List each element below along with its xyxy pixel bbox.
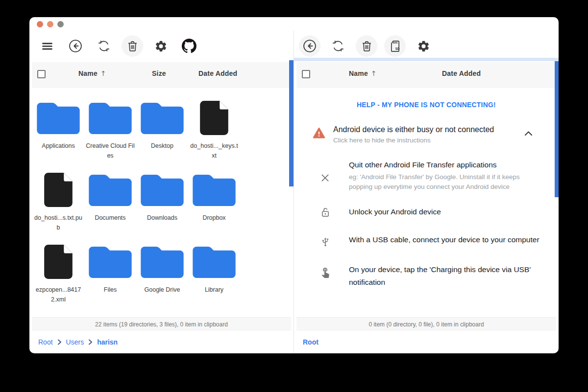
warning-subtitle: Click here to hide the instructions: [333, 137, 514, 144]
tap-icon: [319, 263, 349, 288]
select-all-checkbox-left[interactable]: [37, 70, 46, 78]
folder-icon: [140, 246, 184, 278]
step-title: Unlock your Android device: [349, 206, 541, 218]
left-statusbar: 22 items (19 directories, 3 files), 0 it…: [29, 317, 294, 331]
file-item[interactable]: Applications: [32, 95, 84, 167]
instruction-step: Quit other Android File Transfer applica…: [319, 159, 559, 192]
file-icon: [44, 173, 73, 207]
help-link[interactable]: HELP - MY PHONE IS NOT CONNECTING!: [294, 101, 559, 109]
step-title: With a USB cable, connect your device to…: [349, 233, 541, 246]
svg-text:SD: SD: [395, 47, 399, 50]
column-size[interactable]: Size: [152, 69, 166, 77]
sort-by-name-left[interactable]: Name↑: [78, 69, 106, 77]
folder-icon: [88, 102, 132, 134]
file-item[interactable]: do_hosti..._keys.txt: [188, 95, 240, 167]
instruction-steps: Quit other Android File Transfer applica…: [319, 159, 559, 289]
close-window-button[interactable]: [37, 21, 43, 27]
file-item[interactable]: Downloads: [136, 167, 188, 239]
column-date-added-right[interactable]: Date Added: [442, 69, 481, 77]
file-item[interactable]: Documents: [84, 167, 136, 239]
folder-icon: [140, 174, 184, 206]
right-status-text: 0 item (0 directory, 0 file), 0 item in …: [368, 321, 484, 328]
dual-pane-area: Name↑ Size Date Added Applications: [29, 31, 559, 353]
folder-icon: [36, 102, 80, 134]
instruction-step: With a USB cable, connect your device to…: [319, 233, 559, 250]
right-toolbar: SD: [294, 31, 559, 61]
chevron-right-icon: [88, 339, 93, 345]
left-status-text: 22 items (19 directories, 3 files), 0 it…: [95, 321, 228, 328]
instruction-step: Unlock your Android device: [319, 206, 559, 220]
connection-help-panel: HELP - MY PHONE IS NOT CONNECTING! Andro…: [294, 88, 559, 317]
right-breadcrumb: Root: [294, 331, 559, 353]
desktop-background: Name↑ Size Date Added Applications: [0, 0, 588, 392]
step-title: On your device, tap the 'Charging this d…: [349, 263, 541, 288]
folder-icon: [88, 246, 132, 278]
breadcrumb-root[interactable]: Root: [38, 338, 53, 346]
android-device-pane: SD Name↑ Date Added HELP - MY PHONE IS N: [294, 31, 559, 353]
file-icon: [200, 101, 228, 135]
breadcrumb-current-root[interactable]: Root: [303, 338, 318, 346]
select-all-checkbox-right[interactable]: [302, 70, 310, 78]
warning-icon: [313, 125, 333, 144]
right-column-header: Name↑ Date Added: [294, 61, 559, 88]
file-item[interactable]: Creative Cloud Files: [84, 95, 136, 167]
sort-ascending-icon: ↑: [100, 69, 106, 77]
file-item[interactable]: Dropbox: [188, 167, 240, 239]
file-item[interactable]: Files: [84, 239, 136, 311]
settings-icon[interactable]: [150, 35, 172, 57]
folder-icon: [140, 102, 184, 134]
connection-warning-row[interactable]: Android device is either busy or not con…: [313, 125, 540, 144]
folder-icon: [192, 174, 236, 206]
local-files-pane: Name↑ Size Date Added Applications: [29, 31, 294, 353]
file-item[interactable]: Library: [188, 239, 240, 311]
close-icon: [319, 159, 349, 192]
step-title: Quit other Android File Transfer applica…: [349, 159, 541, 171]
back-icon[interactable]: [65, 35, 86, 57]
file-icon: [44, 245, 73, 279]
github-icon[interactable]: [178, 35, 200, 57]
file-item[interactable]: Google Drive: [136, 239, 188, 311]
left-column-header: Name↑ Size Date Added: [29, 61, 294, 88]
menu-icon[interactable]: [36, 35, 58, 57]
usb-icon: [319, 233, 349, 250]
file-item[interactable]: ezpcopen...84172.xml: [32, 239, 84, 311]
sort-by-name-right[interactable]: Name↑: [349, 69, 377, 77]
refresh-icon[interactable]: [93, 35, 115, 57]
zoom-window-button[interactable]: [57, 21, 64, 27]
back-icon[interactable]: [299, 35, 320, 57]
step-subtitle: eg: 'Android File Transfer' by Google. U…: [349, 172, 541, 193]
chevron-up-icon[interactable]: [524, 125, 533, 144]
file-item[interactable]: do_hosti...s.txt.pub: [32, 167, 84, 239]
refresh-icon[interactable]: [327, 35, 349, 57]
breadcrumb-current-harisn[interactable]: harisn: [97, 338, 118, 346]
file-item[interactable]: Desktop: [136, 95, 188, 167]
app-window: Name↑ Size Date Added Applications: [29, 17, 559, 353]
right-pane-scrollbar[interactable]: [555, 61, 559, 197]
chevron-right-icon: [57, 339, 62, 345]
left-file-grid: Applications Creative Cloud Files: [29, 88, 294, 317]
left-toolbar: [29, 31, 294, 61]
sd-card-icon[interactable]: SD: [384, 35, 406, 57]
column-date-added-left[interactable]: Date Added: [198, 69, 237, 77]
left-breadcrumb: Root Users harisn: [29, 331, 294, 353]
instruction-step: On your device, tap the 'Charging this d…: [319, 263, 559, 288]
folder-icon: [192, 246, 236, 278]
settings-icon[interactable]: [413, 35, 434, 57]
breadcrumb-users[interactable]: Users: [66, 338, 84, 346]
right-statusbar: 0 item (0 directory, 0 file), 0 item in …: [294, 317, 559, 331]
trash-icon[interactable]: [356, 35, 377, 57]
minimize-window-button[interactable]: [47, 21, 53, 27]
sort-ascending-icon: ↑: [371, 69, 377, 77]
right-pane-top-strip: [294, 58, 559, 61]
trash-icon[interactable]: [122, 35, 143, 57]
folder-icon: [88, 174, 132, 206]
left-pane-scrollbar[interactable]: [289, 60, 294, 186]
titlebar: [29, 17, 559, 31]
lock-open-icon: [319, 206, 349, 220]
warning-title: Android device is either busy or not con…: [333, 125, 514, 134]
right-header-strip: [296, 62, 556, 88]
